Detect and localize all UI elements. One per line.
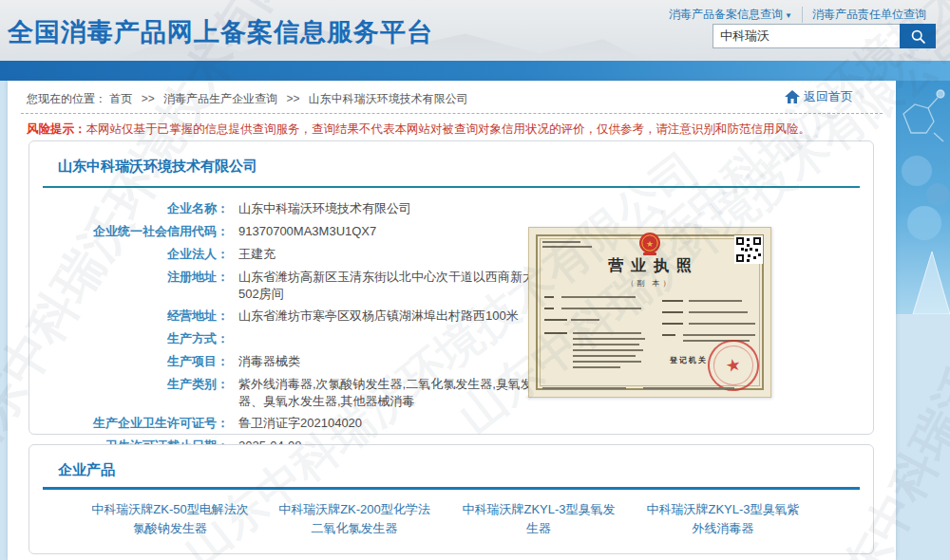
field-row-hygiene-license-no: 生产企业卫生许可证号： 鲁卫消证字202104020 bbox=[29, 412, 561, 435]
license-text-line bbox=[571, 319, 599, 321]
license-text-line bbox=[544, 308, 554, 309]
company-name-title: 山东中科瑞沃环境技术有限公司 bbox=[58, 158, 257, 176]
title-underline bbox=[43, 186, 860, 188]
license-text-line bbox=[573, 366, 620, 368]
license-text-line bbox=[561, 308, 641, 309]
products-section-title: 企业产品 bbox=[58, 461, 115, 479]
field-row-production-mode: 生产方式： bbox=[29, 327, 561, 350]
breadcrumb-prefix: 您现在的位置： bbox=[27, 92, 106, 105]
license-text-line bbox=[542, 241, 580, 243]
breadcrumb-separator: >> bbox=[286, 92, 299, 105]
license-text-line bbox=[662, 311, 683, 313]
license-text-line bbox=[542, 387, 626, 389]
product-link-zk50[interactable]: 中科瑞沃牌ZK-50型电解法次氯酸钠发生器 bbox=[88, 500, 252, 538]
chevron-down-icon: ▼ bbox=[785, 11, 792, 20]
breadcrumb-query-link[interactable]: 消毒产品生产企业查询 bbox=[163, 92, 277, 105]
products-underline bbox=[43, 487, 860, 490]
dashed-divider bbox=[21, 113, 883, 114]
main-panel: 您现在的位置： 首页 >> 消毒产品生产企业查询 >> 山东中科瑞沃环境技术有限… bbox=[8, 81, 896, 560]
search-icon bbox=[910, 28, 926, 45]
search-bar bbox=[712, 24, 936, 48]
license-text-line bbox=[573, 344, 639, 345]
breadcrumb-home-link[interactable]: 首页 bbox=[109, 92, 132, 105]
license-text-line bbox=[573, 338, 645, 340]
home-icon bbox=[785, 90, 800, 103]
field-row-legal-person: 企业法人： 王建充 bbox=[29, 243, 561, 266]
license-text-line bbox=[544, 319, 567, 321]
product-link-zk200[interactable]: 中科瑞沃牌ZK-200型化学法二氧化氯发生器 bbox=[273, 500, 436, 538]
field-row-production-category: 生产类别： 紫外线消毒器,次氯酸钠发生器,二氧化氯发生器,臭氧发生器、臭氧水发生… bbox=[29, 373, 561, 412]
search-input[interactable] bbox=[712, 24, 900, 48]
site-title: 全国消毒产品网上备案信息服务平台 bbox=[8, 15, 433, 49]
license-text-line bbox=[542, 246, 592, 248]
license-text-line bbox=[573, 355, 636, 357]
business-license-image: ★ 营业执照 （副 本） bbox=[528, 227, 771, 398]
license-text-line bbox=[573, 361, 641, 363]
nav-link-responsible-unit-query[interactable]: 消毒产品责任单位查询 bbox=[803, 7, 936, 23]
license-authority-label: 登记机关 bbox=[670, 355, 708, 365]
license-text-line bbox=[544, 296, 554, 298]
company-info-card: 山东中科瑞沃环境技术有限公司 企业名称： 山东中科瑞沃环境技术有限公司 企业统一… bbox=[28, 140, 874, 435]
license-text-line bbox=[643, 387, 734, 389]
field-row-credit-code: 企业统一社会信用代码： 91370700MA3M3U1QX7 bbox=[29, 220, 561, 243]
license-text-line bbox=[689, 311, 748, 313]
nav-link-record-info-query[interactable]: 消毒产品备案信息查询▼ bbox=[659, 7, 803, 23]
product-link-zkyl3-ozone[interactable]: 中科瑞沃牌ZKYL-3型臭氧发生器 bbox=[457, 500, 620, 538]
breadcrumb: 您现在的位置： 首页 >> 消毒产品生产企业查询 >> 山东中科瑞沃环境技术有限… bbox=[27, 91, 468, 107]
license-text-line bbox=[573, 332, 641, 334]
risk-notice-prefix: 风险提示： bbox=[27, 122, 86, 136]
license-text-line bbox=[662, 323, 683, 325]
license-text-line bbox=[689, 300, 742, 302]
molecule-decoration-strip bbox=[896, 81, 950, 314]
license-subtitle: （副 本） bbox=[529, 278, 770, 289]
molecule-art bbox=[896, 81, 950, 314]
breadcrumb-separator: >> bbox=[142, 92, 155, 105]
page-header: 全国消毒产品网上备案信息服务平台 消毒产品备案信息查询▼ 消毒产品责任单位查询 bbox=[0, 0, 950, 61]
product-list: 中科瑞沃牌ZK-50型电解法次氯酸钠发生器 中科瑞沃牌ZK-200型化学法二氧化… bbox=[88, 500, 805, 538]
navbar bbox=[0, 61, 950, 81]
license-text-line bbox=[573, 349, 643, 351]
risk-notice: 风险提示：本网站仅基于已掌握的信息提供查询服务，查询结果不代表本网站对被查询对象… bbox=[27, 121, 882, 138]
license-text-line bbox=[561, 296, 636, 298]
license-text-line bbox=[662, 300, 683, 302]
company-fields: 企业名称： 山东中科瑞沃环境技术有限公司 企业统一社会信用代码： 9137070… bbox=[29, 197, 561, 457]
seal-star-icon: ★ bbox=[724, 354, 743, 378]
field-row-production-item: 生产项目： 消毒器械类 bbox=[29, 350, 561, 373]
field-row-registered-address: 注册地址： 山东省潍坊高新区玉清东街以北中心次干道以西商新大厦502房间 bbox=[29, 266, 561, 305]
back-home-link[interactable]: 返回首页 bbox=[785, 88, 853, 105]
field-row-business-address: 经营地址： 山东省潍坊市寒亭区双杨店镇湖淋埠出村路西100米 bbox=[29, 305, 561, 327]
product-link-zkyl3-uv[interactable]: 中科瑞沃牌ZKYL-3型臭氧紫外线消毒器 bbox=[641, 500, 805, 538]
license-text-line bbox=[544, 332, 567, 334]
license-title: 营业执照 bbox=[529, 256, 770, 276]
license-text-line bbox=[683, 334, 755, 336]
national-emblem-icon: ★ bbox=[637, 231, 662, 257]
svg-text:★: ★ bbox=[646, 239, 654, 249]
breadcrumb-current: 山东中科瑞沃环境技术有限公司 bbox=[309, 92, 468, 105]
license-text-line bbox=[662, 334, 675, 336]
field-row-company-name: 企业名称： 山东中科瑞沃环境技术有限公司 bbox=[29, 197, 561, 220]
search-button[interactable] bbox=[900, 24, 936, 48]
top-nav: 消毒产品备案信息查询▼ 消毒产品责任单位查询 bbox=[659, 7, 936, 23]
company-products-card: 企业产品 中科瑞沃牌ZK-50型电解法次氯酸钠发生器 中科瑞沃牌ZK-200型化… bbox=[28, 444, 874, 554]
risk-notice-text: 本网站仅基于已掌握的信息提供查询服务，查询结果不代表本网站对被查询对象信用状况的… bbox=[86, 122, 811, 136]
license-text-line bbox=[689, 323, 755, 325]
